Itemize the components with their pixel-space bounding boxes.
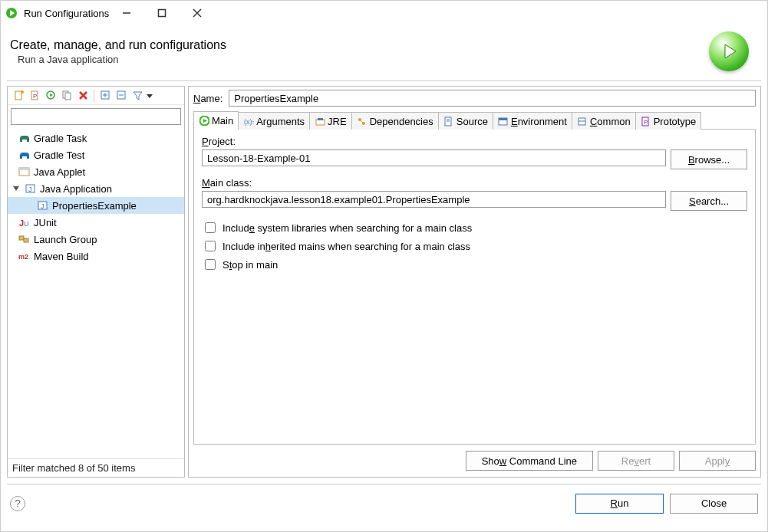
svg-line-44 [361, 120, 363, 123]
search-button[interactable]: Search... [671, 191, 747, 211]
svg-marker-13 [50, 94, 53, 97]
tree-item-properties-example[interactable]: J PropertiesExample [8, 197, 184, 214]
tree-item-java-applet[interactable]: Java Applet [8, 163, 184, 180]
svg-text:J: J [41, 202, 44, 210]
args-icon: (x)= [243, 116, 254, 126]
svg-text:P: P [644, 119, 648, 126]
svg-text:m2: m2 [18, 253, 28, 261]
dropdown-arrow-icon[interactable] [146, 88, 153, 103]
tab-main[interactable]: Main [193, 111, 239, 130]
tab-strip: Main (x)= Arguments JRE Dependencies Sou… [193, 111, 756, 130]
tab-common[interactable]: Common [572, 112, 636, 130]
tree-label: Java Applet [34, 166, 85, 178]
include-inherited-checkbox[interactable] [205, 241, 216, 251]
collapse-all-button[interactable] [114, 88, 129, 103]
tree-item-java-application[interactable]: J Java Application [8, 180, 184, 197]
elephant-icon [18, 149, 31, 161]
config-tree[interactable]: Gradle Task Gradle Test Java Applet J Ja… [8, 126, 184, 458]
tab-dependencies[interactable]: Dependencies [351, 112, 439, 130]
tab-environment[interactable]: Environment [493, 112, 572, 130]
duplicate-button[interactable] [59, 88, 74, 103]
tab-arguments[interactable]: (x)= Arguments [238, 112, 310, 130]
tree-toolbar: P [8, 87, 184, 105]
expand-all-button[interactable] [97, 88, 113, 103]
tree-item-launch-group[interactable]: Launch Group [8, 231, 184, 248]
tree-label: Java Application [40, 183, 112, 195]
name-input[interactable] [229, 90, 756, 107]
source-icon [443, 116, 454, 126]
apply-button[interactable]: Apply [679, 451, 756, 471]
main-class-label: Main class: [202, 177, 747, 189]
tree-item-junit[interactable]: JU JUnit [8, 214, 184, 231]
run-button[interactable]: Run [575, 494, 664, 514]
run-green-icon [199, 116, 209, 126]
svg-rect-34 [19, 236, 24, 240]
new-config-button[interactable] [11, 88, 26, 103]
dialog-footer: ? Run Close [7, 484, 761, 522]
main-tab-content: Project: Browse... Main class: Search...… [193, 130, 756, 445]
dialog-subtitle: Run a Java application [10, 54, 709, 65]
tab-label: Main [212, 115, 233, 126]
svg-rect-3 [159, 10, 166, 17]
filter-button[interactable] [130, 88, 145, 103]
deps-icon [357, 116, 368, 126]
tab-source[interactable]: Source [438, 112, 493, 130]
tab-label: Source [457, 116, 488, 127]
project-input[interactable] [202, 149, 666, 166]
maximize-button[interactable] [144, 1, 180, 25]
tree-item-gradle-test[interactable]: Gradle Test [8, 146, 184, 163]
config-tree-panel: P Gradle Task Gradle Test Java Applet [7, 86, 185, 478]
minimize-button[interactable] [109, 1, 144, 25]
close-window-button[interactable] [180, 1, 215, 25]
java-app-icon: J [37, 199, 49, 212]
content-area: P Gradle Task Gradle Test Java Applet [7, 80, 761, 478]
java-app-icon: J [25, 182, 37, 195]
tab-label: Prototype [654, 116, 697, 127]
project-label: Project: [202, 136, 747, 147]
checkbox-label: Include system libraries when searching … [222, 222, 472, 234]
revert-button[interactable]: Revert [598, 451, 674, 471]
tree-label: JUnit [34, 217, 57, 228]
tree-label: Maven Build [34, 251, 89, 262]
tree-item-gradle-task[interactable]: Gradle Task [8, 130, 184, 146]
tab-prototype[interactable]: P Prototype [635, 112, 702, 130]
svg-marker-27 [13, 186, 19, 191]
filter-status: Filter matched 8 of 50 items [8, 458, 184, 477]
editor-button-bar: Show Command Line Revert Apply [193, 445, 756, 474]
browse-button[interactable]: Browse... [671, 149, 747, 169]
show-command-line-button[interactable]: Show Command Line [466, 451, 593, 471]
dialog-title: Create, manage, and run configurations [10, 38, 709, 52]
checkbox-label: Stop in main [222, 259, 278, 271]
filter-input[interactable] [11, 108, 181, 125]
svg-marker-23 [133, 92, 142, 100]
stop-in-main-checkbox[interactable] [205, 259, 216, 270]
tree-label: Gradle Task [34, 133, 87, 144]
svg-rect-26 [19, 168, 29, 170]
svg-rect-35 [24, 238, 28, 242]
run-decorative-icon [709, 31, 749, 71]
svg-text:U: U [24, 220, 29, 228]
tab-label: Dependencies [370, 116, 433, 127]
tab-label: Common [590, 116, 631, 127]
delete-button[interactable] [75, 88, 91, 103]
tree-label: Gradle Test [34, 149, 84, 161]
svg-rect-15 [65, 93, 71, 100]
tab-jre[interactable]: JRE [309, 112, 352, 130]
checkbox-label: Include inherited mains when searching f… [222, 241, 470, 252]
config-editor-panel: Name: Main (x)= Arguments JRE Dependenci… [188, 86, 761, 478]
svg-text:P: P [33, 93, 37, 100]
tab-label: JRE [328, 116, 347, 127]
help-button[interactable]: ? [10, 496, 25, 511]
main-class-input[interactable] [202, 191, 666, 208]
common-icon [577, 116, 588, 126]
new-prototype-button[interactable]: P [27, 88, 42, 103]
window-titlebar: Run Configurations [1, 1, 767, 25]
export-button[interactable] [43, 88, 58, 103]
tree-label: Launch Group [34, 234, 97, 245]
tree-item-maven-build[interactable]: m2 Maven Build [8, 248, 184, 264]
tab-label: Arguments [256, 116, 305, 127]
svg-marker-6 [725, 44, 736, 58]
expander-icon[interactable] [11, 183, 21, 194]
close-button[interactable]: Close [670, 494, 758, 514]
include-system-checkbox[interactable] [205, 222, 216, 233]
